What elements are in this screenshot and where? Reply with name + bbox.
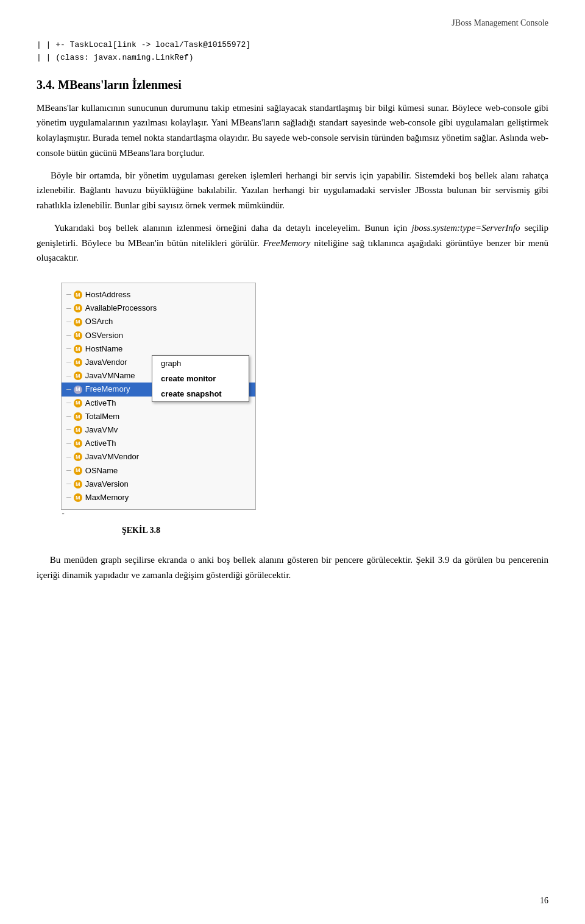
tree-item: ─ M TotalMem <box>62 410 255 423</box>
bottom-paragraph: Bu menüden graph seçilirse ekranda o ank… <box>37 552 548 583</box>
tree-item: ─ M JavaVersion <box>62 478 255 491</box>
mbean-tree: ─ M HostAddress ─ M AvailableProcessors … <box>61 283 256 510</box>
tree-item: ─ M JavaVMVendor <box>62 450 255 464</box>
mbean-icon: M <box>74 331 82 340</box>
section-number: 3.4. <box>37 78 55 91</box>
tree-item: ─ M AvailableProcessors <box>62 302 255 315</box>
tree-line-2: | | (class: javax.naming.LinkRef) <box>37 52 548 65</box>
mbean-icon: M <box>74 345 82 353</box>
figure-container: ─ M HostAddress ─ M AvailableProcessors … <box>37 283 548 535</box>
page-number: 16 <box>540 896 548 906</box>
tree-item: ─ M HostName <box>62 342 255 356</box>
context-menu-create-snapshot[interactable]: create snapshot <box>152 386 249 401</box>
inline-italic-1: jboss.system:type=ServerInfo <box>412 223 520 233</box>
mbean-icon: M <box>74 399 82 407</box>
context-menu: graph create monitor create snapshot <box>152 355 249 402</box>
mbean-icon: M <box>74 426 82 434</box>
section-heading: 3.4. MBeans'ların İzlenmesi <box>37 78 548 92</box>
mbean-icon: M <box>74 291 82 299</box>
mbean-icon: M <box>74 318 82 326</box>
context-menu-graph[interactable]: graph <box>152 356 249 371</box>
mbean-icon: M <box>74 493 82 502</box>
paragraph-3: Yukarıdaki boş bellek alanının izlenmesi… <box>37 220 548 266</box>
tree-item: ─ M OSVersion <box>62 329 255 342</box>
mbean-icon: M <box>74 386 82 394</box>
paragraph-1: MBeans'lar kullanıcının sunucunun durumu… <box>37 101 548 161</box>
tree-item: ─ M OSName <box>62 464 255 478</box>
mbean-icon: M <box>74 467 82 475</box>
tree-item: ─ M JavaVMv <box>62 423 255 437</box>
context-menu-create-monitor[interactable]: create monitor <box>152 371 249 386</box>
mbean-icon: M <box>74 439 82 448</box>
tree-item: ─ M MaxMemory <box>62 491 255 504</box>
section-title: MBeans'ların İzlenmesi <box>58 78 182 91</box>
tree-line-1: | | +- TaskLocal[link -> local/Task@1015… <box>37 39 548 52</box>
dash-mark: - <box>61 510 65 518</box>
figure-caption: ŞEKİL 3.8 <box>61 526 160 535</box>
mbean-icon: M <box>74 412 82 421</box>
inline-italic-2: FreeMemory <box>263 238 311 248</box>
tree-item: ─ M HostAddress <box>62 288 255 302</box>
header-title: JBoss Management Console <box>452 18 548 27</box>
tree-item: ─ M OSArch <box>62 315 255 328</box>
page-header: JBoss Management Console <box>37 18 548 28</box>
mbean-icon: M <box>74 372 82 380</box>
tree-section: | | +- TaskLocal[link -> local/Task@1015… <box>37 39 548 65</box>
mbean-icon: M <box>74 453 82 461</box>
mbean-icon: M <box>74 358 82 367</box>
mbean-icon: M <box>74 304 82 312</box>
paragraph-2: Böyle bir ortamda, bir yönetim uygulamas… <box>37 168 548 213</box>
tree-item: ─ M ActiveTh <box>62 437 255 450</box>
mbean-icon: M <box>74 480 82 488</box>
